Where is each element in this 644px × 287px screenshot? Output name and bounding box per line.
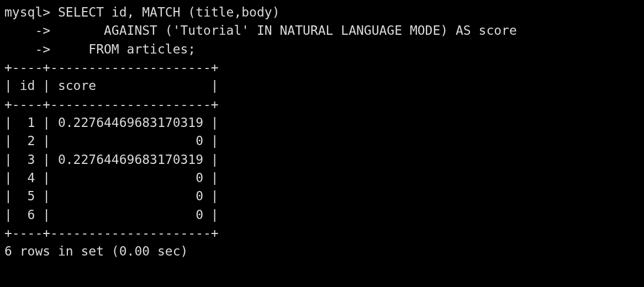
continuation-prompt: -> [4, 23, 50, 38]
table-row: | 6 | 0 | [4, 208, 219, 222]
table-header: | id | score | [4, 78, 219, 93]
table-row: | 3 | 0.22764469683170319 | [4, 152, 219, 167]
table-border: +----+---------------------+ [4, 226, 219, 240]
result-summary: 6 rows in set (0.00 sec) [4, 244, 188, 258]
sql-query-line-2: AGAINST ('Tutorial' IN NATURAL LANGUAGE … [50, 23, 517, 38]
table-row: | 1 | 0.22764469683170319 | [4, 115, 219, 130]
table-row: | 5 | 0 | [4, 189, 219, 203]
sql-query-line-3: FROM articles; [50, 42, 196, 56]
table-border: +----+---------------------+ [4, 97, 219, 111]
mysql-prompt: mysql> [4, 5, 50, 19]
mysql-terminal[interactable]: mysql> SELECT id, MATCH (title,body) -> … [0, 0, 644, 264]
continuation-prompt: -> [4, 42, 50, 56]
table-border: +----+---------------------+ [4, 60, 219, 75]
sql-query-line-1: SELECT id, MATCH (title,body) [50, 5, 279, 19]
table-row: | 4 | 0 | [4, 171, 219, 185]
table-row: | 2 | 0 | [4, 134, 219, 148]
